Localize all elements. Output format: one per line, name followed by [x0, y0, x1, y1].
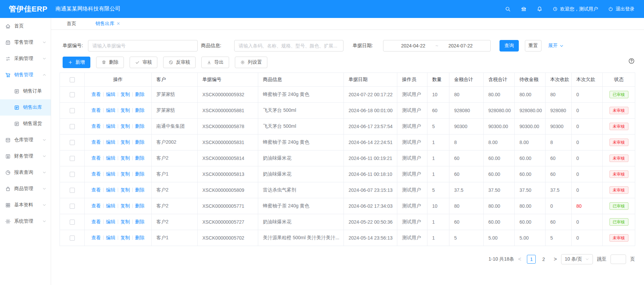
tab-home[interactable]: 首页	[67, 21, 76, 27]
sidebar-item-retail-mgmt[interactable]: 零售管理	[0, 34, 51, 50]
action-delete[interactable]: 删除	[135, 123, 145, 129]
row-checkbox[interactable]	[70, 204, 75, 209]
action-delete[interactable]: 删除	[135, 171, 145, 177]
action-edit[interactable]: 编辑	[106, 187, 115, 192]
action-delete[interactable]: 删除	[135, 219, 145, 224]
date-to[interactable]: 2024-07-22	[448, 43, 473, 48]
table-row: 查看编辑复制删除客户2XSCK00000005814奶油味爆米花2024-06-…	[60, 150, 635, 166]
delete-button[interactable]: 删除	[96, 57, 124, 68]
row-checkbox[interactable]	[70, 236, 75, 241]
column-settings-button[interactable]: 列设置	[235, 57, 267, 68]
action-view[interactable]: 查看	[91, 155, 101, 161]
action-delete[interactable]: 删除	[135, 107, 145, 113]
export-button[interactable]: 导出	[201, 57, 229, 68]
action-delete[interactable]: 删除	[135, 203, 145, 208]
action-copy[interactable]: 复制	[120, 91, 130, 97]
sidebar-item-home[interactable]: 首页	[0, 18, 51, 34]
product-info-input[interactable]	[234, 40, 343, 52]
logout-button[interactable]: 退出登录	[608, 6, 635, 12]
action-edit[interactable]: 编辑	[106, 171, 115, 177]
row-checkbox[interactable]	[70, 188, 75, 193]
expand-link[interactable]: 展开	[548, 43, 564, 49]
sidebar-item-finance-mgmt[interactable]: 财务管理	[0, 148, 51, 164]
action-delete[interactable]: 删除	[135, 91, 145, 97]
select-all-checkbox[interactable]	[70, 77, 75, 82]
sidebar-item-purchase-mgmt[interactable]: 采购管理	[0, 50, 51, 67]
cell-tax-total: 5.00	[484, 230, 515, 246]
action-copy[interactable]: 复制	[120, 139, 130, 145]
action-edit[interactable]: 编辑	[106, 219, 115, 224]
unaudit-button[interactable]: 反审核	[163, 57, 196, 68]
action-view[interactable]: 查看	[91, 187, 101, 192]
page-button-1[interactable]: 1	[527, 255, 536, 264]
action-copy[interactable]: 复制	[120, 171, 130, 177]
welcome-user[interactable]: 欢迎您，测试用户	[553, 6, 598, 12]
add-button[interactable]: 新增	[63, 57, 90, 68]
cell-date: 2024-06-07 23:15:13	[344, 182, 397, 198]
row-checkbox[interactable]	[70, 124, 75, 129]
action-delete[interactable]: 删除	[135, 235, 145, 240]
row-checkbox[interactable]	[70, 108, 75, 113]
date-from[interactable]: 2024-04-22	[401, 43, 425, 48]
action-edit[interactable]: 编辑	[106, 155, 115, 161]
action-edit[interactable]: 编辑	[106, 91, 115, 97]
help-icon[interactable]	[628, 58, 635, 64]
cell-amount: 80	[449, 87, 484, 103]
order-no-input[interactable]	[88, 40, 198, 52]
row-checkbox[interactable]	[70, 140, 75, 145]
prev-page-button[interactable]: <	[518, 256, 521, 262]
search-button[interactable]: 查询	[499, 40, 519, 52]
action-copy[interactable]: 复制	[120, 155, 130, 161]
action-delete[interactable]: 删除	[135, 187, 145, 192]
sidebar-item-system-mgmt[interactable]: 系统管理	[0, 213, 51, 229]
sidebar-item-product-mgmt[interactable]: 商品管理	[0, 181, 51, 197]
action-view[interactable]: 查看	[91, 139, 101, 145]
action-delete[interactable]: 删除	[135, 139, 145, 145]
page-button-2[interactable]: 2	[539, 255, 548, 264]
action-divider	[118, 236, 118, 240]
next-page-button[interactable]: >	[554, 256, 557, 262]
page-size-select[interactable]: 10 条/页	[561, 254, 593, 264]
cell-value: 60	[454, 219, 460, 225]
sidebar-item-sales-order[interactable]: 销售订单	[0, 83, 51, 99]
sidebar-item-warehouse-mgmt[interactable]: 仓库管理	[0, 132, 51, 148]
reset-button[interactable]: 重置	[525, 40, 541, 52]
action-edit[interactable]: 编辑	[106, 123, 115, 129]
action-edit[interactable]: 编辑	[106, 235, 115, 240]
sidebar-item-basic-data[interactable]: 基本资料	[0, 197, 51, 213]
action-delete[interactable]: 删除	[135, 155, 145, 161]
action-copy[interactable]: 复制	[120, 107, 130, 113]
action-view[interactable]: 查看	[91, 203, 101, 208]
action-edit[interactable]: 编辑	[106, 107, 115, 113]
action-view[interactable]: 查看	[91, 91, 101, 97]
jump-input[interactable]	[610, 255, 626, 264]
row-checkbox[interactable]	[70, 92, 75, 97]
action-view[interactable]: 查看	[91, 171, 101, 177]
tab-close-icon[interactable]: ×	[117, 21, 120, 26]
sidebar-item-sales-outbound[interactable]: 销售出库	[0, 99, 51, 116]
action-copy[interactable]: 复制	[120, 203, 130, 208]
search-icon[interactable]	[505, 6, 511, 12]
action-view[interactable]: 查看	[91, 107, 101, 113]
bell-icon[interactable]	[537, 6, 542, 12]
row-checkbox[interactable]	[70, 220, 75, 225]
audit-button[interactable]: 审核	[130, 57, 157, 68]
action-copy[interactable]: 复制	[120, 187, 130, 192]
action-edit[interactable]: 编辑	[106, 203, 115, 208]
action-copy[interactable]: 复制	[120, 123, 130, 129]
sidebar-item-sales-return[interactable]: 销售退货	[0, 116, 51, 132]
action-view[interactable]: 查看	[91, 235, 101, 240]
sidebar-item-sales-mgmt[interactable]: 销售管理	[0, 67, 51, 83]
sidebar-item-report-query[interactable]: 报表查询	[0, 164, 51, 181]
tab-sales-outbound[interactable]: 销售出库×	[95, 21, 120, 27]
action-copy[interactable]: 复制	[120, 235, 130, 240]
action-copy[interactable]: 复制	[120, 219, 130, 224]
bag-icon	[5, 186, 11, 192]
row-checkbox[interactable]	[70, 156, 75, 161]
row-checkbox[interactable]	[70, 172, 75, 177]
action-edit[interactable]: 编辑	[106, 139, 115, 145]
action-view[interactable]: 查看	[91, 123, 101, 129]
date-range-picker[interactable]: 2024-04-22 ~ 2024-07-22	[383, 40, 491, 52]
action-view[interactable]: 查看	[91, 219, 101, 224]
bank-icon[interactable]	[521, 6, 527, 12]
